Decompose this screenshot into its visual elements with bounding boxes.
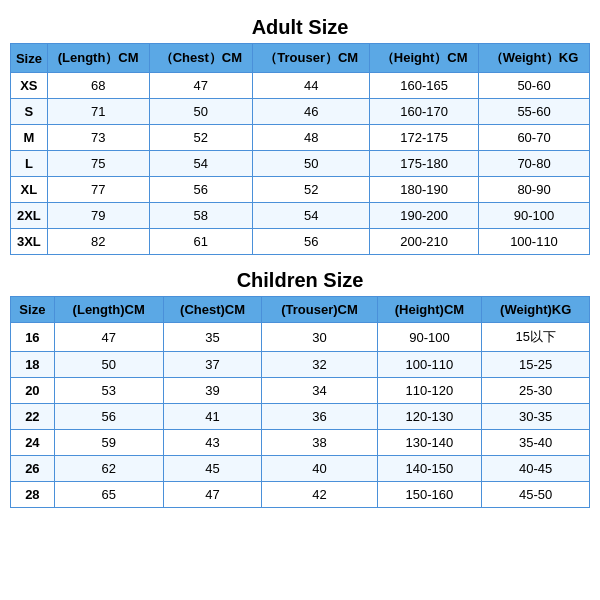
table-cell: 54	[149, 151, 253, 177]
table-row: 1647353090-10015以下	[11, 323, 590, 352]
table-cell: 48	[253, 125, 370, 151]
table-cell: 61	[149, 229, 253, 255]
children-size-table: Size(Length)CM(Chest)CM(Trouser)CM(Heigh…	[10, 296, 590, 508]
table-cell: 30-35	[482, 404, 590, 430]
table-cell: 43	[163, 430, 262, 456]
table-cell: XL	[11, 177, 48, 203]
table-row: 28654742150-16045-50	[11, 482, 590, 508]
table-cell: 79	[47, 203, 149, 229]
table-cell: 62	[54, 456, 163, 482]
table-cell: 28	[11, 482, 55, 508]
table-cell: 35-40	[482, 430, 590, 456]
children-header-cell: (Weight)KG	[482, 297, 590, 323]
table-cell: 22	[11, 404, 55, 430]
table-cell: 60-70	[479, 125, 590, 151]
table-row: 26624540140-15040-45	[11, 456, 590, 482]
children-size-title: Children Size	[10, 263, 590, 296]
table-cell: 47	[149, 73, 253, 99]
table-row: M735248172-17560-70	[11, 125, 590, 151]
adult-header-cell: (Length）CM	[47, 44, 149, 73]
adult-size-table: Size(Length）CM（Chest）CM（Trouser）CM（Heigh…	[10, 43, 590, 255]
table-cell: 37	[163, 352, 262, 378]
table-cell: 59	[54, 430, 163, 456]
table-cell: 71	[47, 99, 149, 125]
table-cell: 26	[11, 456, 55, 482]
table-cell: 41	[163, 404, 262, 430]
table-cell: 47	[163, 482, 262, 508]
table-cell: 36	[262, 404, 377, 430]
table-cell: 52	[149, 125, 253, 151]
table-cell: 77	[47, 177, 149, 203]
table-cell: 172-175	[370, 125, 479, 151]
table-cell: 75	[47, 151, 149, 177]
table-cell: 24	[11, 430, 55, 456]
table-cell: 50	[253, 151, 370, 177]
table-cell: 58	[149, 203, 253, 229]
table-cell: 90-100	[479, 203, 590, 229]
table-cell: 80-90	[479, 177, 590, 203]
table-cell: 35	[163, 323, 262, 352]
table-cell: 50-60	[479, 73, 590, 99]
table-cell: 54	[253, 203, 370, 229]
table-cell: 40	[262, 456, 377, 482]
table-cell: 20	[11, 378, 55, 404]
table-cell: 45-50	[482, 482, 590, 508]
children-header-cell: Size	[11, 297, 55, 323]
table-cell: 100-110	[479, 229, 590, 255]
table-cell: 110-120	[377, 378, 482, 404]
table-cell: 82	[47, 229, 149, 255]
adult-header-cell: （Height）CM	[370, 44, 479, 73]
table-row: 20533934110-12025-30	[11, 378, 590, 404]
table-cell: 50	[149, 99, 253, 125]
table-cell: 38	[262, 430, 377, 456]
table-cell: 15-25	[482, 352, 590, 378]
table-cell: 65	[54, 482, 163, 508]
table-row: 2XL795854190-20090-100	[11, 203, 590, 229]
table-cell: 40-45	[482, 456, 590, 482]
table-cell: 190-200	[370, 203, 479, 229]
table-cell: 55-60	[479, 99, 590, 125]
table-cell: 32	[262, 352, 377, 378]
table-cell: 44	[253, 73, 370, 99]
table-cell: 39	[163, 378, 262, 404]
table-cell: 3XL	[11, 229, 48, 255]
table-cell: 47	[54, 323, 163, 352]
table-cell: 160-165	[370, 73, 479, 99]
table-cell: 73	[47, 125, 149, 151]
table-row: 3XL826156200-210100-110	[11, 229, 590, 255]
table-cell: 200-210	[370, 229, 479, 255]
table-cell: 130-140	[377, 430, 482, 456]
table-cell: 50	[54, 352, 163, 378]
table-cell: 25-30	[482, 378, 590, 404]
adult-table-header: Size(Length）CM（Chest）CM（Trouser）CM（Heigh…	[11, 44, 590, 73]
size-chart-container: Adult Size Size(Length）CM（Chest）CM（Trous…	[10, 10, 590, 508]
table-cell: 120-130	[377, 404, 482, 430]
children-table-body: 1647353090-10015以下18503732100-11015-2520…	[11, 323, 590, 508]
table-cell: 56	[54, 404, 163, 430]
children-header-cell: (Chest)CM	[163, 297, 262, 323]
table-row: XS684744160-16550-60	[11, 73, 590, 99]
table-cell: 45	[163, 456, 262, 482]
adult-header-cell: Size	[11, 44, 48, 73]
children-header-cell: (Height)CM	[377, 297, 482, 323]
table-cell: S	[11, 99, 48, 125]
adult-header-row: Size(Length）CM（Chest）CM（Trouser）CM（Heigh…	[11, 44, 590, 73]
table-row: 24594338130-14035-40	[11, 430, 590, 456]
table-cell: 56	[149, 177, 253, 203]
table-row: 18503732100-11015-25	[11, 352, 590, 378]
table-cell: 70-80	[479, 151, 590, 177]
table-cell: 53	[54, 378, 163, 404]
adult-header-cell: （Trouser）CM	[253, 44, 370, 73]
table-cell: L	[11, 151, 48, 177]
table-row: 22564136120-13030-35	[11, 404, 590, 430]
table-cell: 56	[253, 229, 370, 255]
table-cell: 180-190	[370, 177, 479, 203]
adult-size-title: Adult Size	[10, 10, 590, 43]
adult-header-cell: （Chest）CM	[149, 44, 253, 73]
table-cell: 30	[262, 323, 377, 352]
table-cell: 175-180	[370, 151, 479, 177]
table-row: XL775652180-19080-90	[11, 177, 590, 203]
table-cell: 100-110	[377, 352, 482, 378]
table-row: S715046160-17055-60	[11, 99, 590, 125]
table-cell: 140-150	[377, 456, 482, 482]
